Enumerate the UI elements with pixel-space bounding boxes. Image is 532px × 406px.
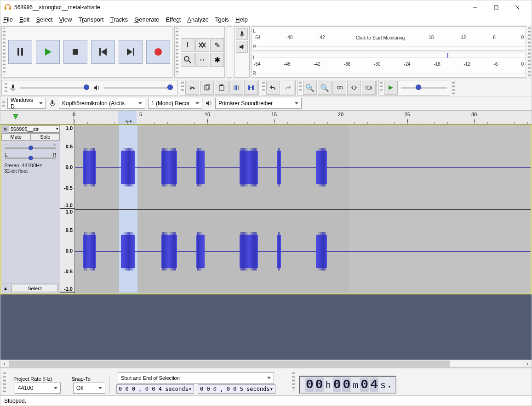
zoom-toggle-button[interactable]	[362, 81, 376, 95]
gripper-icon[interactable]	[292, 372, 295, 390]
svg-marker-33	[270, 85, 272, 89]
waveform-channel-left[interactable]	[75, 125, 531, 209]
zoom-out-button[interactable]: 🔍−	[318, 81, 332, 95]
speaker-icon	[92, 83, 101, 92]
pan-slider[interactable]: LR	[5, 152, 56, 159]
svg-rect-26	[220, 85, 223, 86]
mic-icon-meter[interactable]	[236, 28, 248, 40]
track-format-info: Stereo, 44100Hz 32-bit float	[1, 161, 60, 175]
silence-button[interactable]	[244, 81, 258, 95]
recording-volume-slider[interactable]	[1, 80, 178, 96]
menu-help[interactable]: Help	[235, 16, 248, 23]
menu-effect[interactable]: Effect	[166, 16, 181, 23]
gripper-icon[interactable]	[181, 82, 184, 93]
snap-to-dropdown[interactable]: Off	[73, 383, 105, 394]
menu-analyze[interactable]: Analyze	[187, 16, 208, 23]
playback-meter[interactable]: L -54-48-42-36-30-24-18-12-60 R	[252, 53, 526, 78]
redo-button[interactable]	[281, 81, 295, 95]
minimize-button[interactable]	[464, 1, 486, 14]
envelope-tool[interactable]	[195, 38, 209, 52]
maximize-button[interactable]	[486, 1, 507, 14]
gripper-icon[interactable]	[5, 83, 7, 92]
waveform-channel-right[interactable]	[75, 209, 531, 293]
vertical-scale[interactable]: 1.0 0.5 0.0 -0.5 -1.0 1.0 0.5 0.0 -0.5 -…	[60, 125, 75, 293]
menu-generate[interactable]: Generate	[134, 16, 159, 23]
scrollbar-thumb[interactable]	[9, 361, 450, 367]
mute-button[interactable]: Mute	[1, 133, 31, 141]
trim-button[interactable]	[229, 81, 243, 95]
menu-edit[interactable]: Edit	[19, 16, 29, 23]
meter-channel-r: R	[252, 44, 257, 49]
track-select-button[interactable]: Select	[11, 285, 58, 292]
timeshift-tool[interactable]: ↔	[195, 53, 209, 67]
project-rate-dropdown[interactable]: 44100	[15, 383, 61, 394]
gripper-icon[interactable]	[176, 28, 178, 75]
gripper-icon[interactable]	[2, 100, 5, 107]
meter-icons	[227, 26, 232, 78]
close-button[interactable]	[507, 1, 528, 14]
record-button[interactable]	[146, 40, 170, 64]
menu-view[interactable]: View	[59, 16, 72, 23]
track-close-button[interactable]: ✕	[1, 126, 9, 132]
gain-slider[interactable]: −+	[5, 142, 56, 149]
horizontal-scrollbar[interactable]: ‹ ›	[0, 360, 532, 368]
scroll-right-button[interactable]: ›	[523, 361, 532, 367]
gripper-icon[interactable]	[3, 28, 6, 75]
svg-marker-34	[289, 85, 291, 89]
gripper-icon[interactable]	[528, 27, 531, 77]
skip-end-button[interactable]	[119, 40, 143, 64]
multi-tool[interactable]: ✱	[210, 53, 224, 67]
pause-button[interactable]	[8, 40, 32, 64]
menu-transport[interactable]: Transport	[78, 16, 103, 23]
playback-speed-slider[interactable]	[401, 87, 447, 89]
meter-icons-col	[234, 26, 250, 78]
gripper-icon[interactable]	[262, 82, 265, 93]
track-name-dropdown[interactable]: 568995__str	[9, 125, 60, 133]
fit-project-button[interactable]	[347, 81, 361, 95]
recording-meter[interactable]: L -54-48-42 Click to Start Monitoring -1…	[252, 26, 526, 51]
cut-button[interactable]: ✂	[185, 81, 199, 95]
stop-button[interactable]	[63, 40, 87, 64]
scroll-left-button[interactable]: ‹	[0, 361, 9, 367]
solo-button[interactable]: Solo	[31, 133, 60, 141]
selection-start-field[interactable]: 0 0 0 , 0 0 4 seconds▾	[116, 384, 194, 394]
selection-type-dropdown[interactable]: Start and End of Selection	[118, 372, 274, 383]
selection-tool[interactable]: I	[181, 38, 194, 52]
waveform-display[interactable]	[75, 125, 531, 293]
gripper-icon[interactable]	[452, 81, 455, 95]
undo-button[interactable]	[266, 81, 280, 95]
zoom-tool[interactable]	[181, 53, 194, 67]
audio-host-dropdown[interactable]: Windows D	[7, 98, 46, 109]
skip-start-button[interactable]	[91, 40, 115, 64]
play-at-speed-button[interactable]	[384, 81, 398, 95]
menu-select[interactable]: Select	[36, 16, 52, 23]
menu-file[interactable]: File	[3, 16, 13, 23]
menu-tracks[interactable]: Tracks	[110, 16, 128, 23]
recording-device-dropdown[interactable]: Kopfhörermikrofon (Arctis	[59, 98, 145, 109]
gripper-icon[interactable]	[3, 372, 6, 392]
speaker-icon	[204, 100, 214, 107]
gripper-icon[interactable]	[299, 82, 302, 93]
svg-point-15	[184, 56, 189, 61]
zoom-in-button[interactable]: 🔍+	[303, 81, 317, 95]
time-position-display[interactable]: 00 h 00 m 04 s ▾	[299, 376, 396, 394]
svg-marker-11	[101, 48, 107, 56]
svg-rect-1	[9, 7, 11, 10]
playback-volume-slider[interactable]	[104, 87, 173, 89]
playback-device-dropdown[interactable]: Primärer Soundtreiber	[215, 98, 302, 109]
draw-tool[interactable]: ✎	[210, 38, 224, 52]
ruler-drag-handle-icon[interactable]	[125, 119, 133, 124]
fit-selection-button[interactable]	[332, 81, 346, 95]
timeline-ruler[interactable]: 051015202530	[0, 111, 532, 124]
recording-channels-dropdown[interactable]: 1 (Mono) Recor	[148, 98, 202, 109]
selection-end-field[interactable]: 0 0 0 , 0 0 5 seconds▾	[198, 384, 275, 394]
paste-button[interactable]	[215, 81, 229, 95]
collapse-track-button[interactable]: ▲	[1, 286, 10, 291]
copy-button[interactable]	[200, 81, 214, 95]
gripper-icon[interactable]	[380, 82, 383, 93]
speaker-icon-meter[interactable]	[236, 41, 248, 53]
svg-marker-12	[127, 48, 132, 56]
play-button[interactable]	[36, 40, 60, 64]
menu-tools[interactable]: Tools	[215, 16, 229, 23]
svg-rect-3	[494, 6, 498, 9]
